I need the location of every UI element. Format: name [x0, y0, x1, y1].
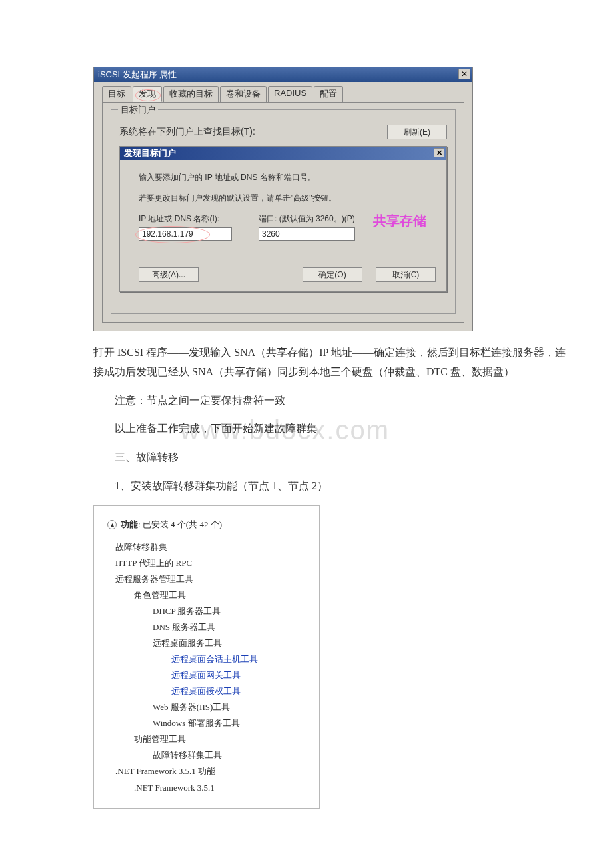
feature-item: DNS 服务器工具 [153, 619, 306, 635]
paragraph-3: 以上准备工作完成，下面开始新建故障群集 [93, 419, 573, 439]
inner-line2: 若要更改目标门户发现的默认设置，请单击"高级"按钮。 [139, 193, 436, 204]
discover-portal-dialog: 发现目标门户 ✕ 输入要添加门户的 IP 地址或 DNS 名称和端口号。 若要更… [119, 146, 447, 292]
obscured-row [119, 295, 447, 305]
inner-dialog-body: 输入要添加门户的 IP 地址或 DNS 名称和端口号。 若要更改目标门户发现的默… [120, 160, 446, 291]
features-header-rest: : 已安装 4 个(共 42 个) [138, 519, 222, 529]
tab-panel: 目标门户 系统将在下列门户上查找目标(T): 刷新(E) 发现目标门户 ✕ 输入… [102, 102, 464, 323]
ok-button[interactable]: 确定(O) [303, 267, 362, 282]
dialog-titlebar: iSCSI 发起程序 属性 ✕ [94, 67, 472, 82]
tab-target[interactable]: 目标 [102, 86, 131, 102]
feature-item: .NET Framework 3.5.1 功能 .NET Framework 3… [115, 763, 306, 795]
groupbox-label: 目标门户 [118, 104, 158, 116]
feature-item: HTTP 代理上的 RPC [115, 555, 306, 571]
tab-config[interactable]: 配置 [314, 86, 343, 102]
feature-label: .NET Framework 3.5.1 功能 [115, 766, 215, 776]
cancel-button[interactable]: 取消(C) [376, 267, 436, 282]
paragraph-4: 1、安装故障转移群集功能（节点 1、节点 2） [93, 477, 573, 496]
tab-discover[interactable]: 发现 [133, 86, 162, 102]
feature-label: 远程服务器管理工具 [115, 574, 193, 584]
overlay-label: 共享存储 [373, 212, 426, 230]
inner-dialog-titlebar: 发现目标门户 ✕ [120, 147, 446, 160]
feature-item: 远程桌面服务工具 远程桌面会话主机工具 远程桌面网关工具 远程桌面授权工具 [153, 635, 306, 699]
feature-item: 远程桌面网关工具 [171, 667, 306, 683]
feature-label: 功能管理工具 [134, 734, 186, 744]
iscsi-properties-dialog: iSCSI 发起程序 属性 ✕ 目标 发现 收藏的目标 卷和设备 RADIUS … [93, 67, 473, 331]
features-tree: 故障转移群集 HTTP 代理上的 RPC 远程服务器管理工具 角色管理工具 DH… [107, 539, 306, 796]
feature-item: 远程桌面会话主机工具 [171, 651, 306, 667]
refresh-button[interactable]: 刷新(E) [387, 125, 447, 139]
close-icon[interactable]: ✕ [458, 69, 470, 79]
inner-dialog-title: 发现目标门户 [124, 147, 176, 159]
tab-volumes[interactable]: 卷和设备 [220, 86, 267, 102]
inner-line1: 输入要添加门户的 IP 地址或 DNS 名称和端口号。 [139, 172, 436, 183]
heading-3: 三、故障转移 [93, 448, 573, 467]
tab-favorites[interactable]: 收藏的目标 [163, 86, 219, 102]
feature-item: Windows 部署服务工具 [153, 715, 306, 731]
chevron-up-icon[interactable]: ▴ [107, 520, 117, 529]
feature-item: Web 服务器(IIS)工具 [153, 699, 306, 715]
ip-label: IP 地址或 DNS 名称(I): [139, 213, 232, 225]
feature-item: 远程桌面授权工具 [171, 683, 306, 699]
feature-item: 功能管理工具 故障转移群集工具 [134, 731, 306, 763]
features-header-bold: 功能 [121, 519, 138, 529]
ip-input[interactable]: 192.168.1.179 [139, 227, 232, 241]
feature-item: DHCP 服务器工具 [153, 603, 306, 619]
port-input[interactable]: 3260 [259, 227, 355, 241]
paragraph-1: 打开 ISCSI 程序——发现输入 SNA（共享存储）IP 地址——确定连接，然… [93, 343, 573, 382]
features-summary-panel: ▴ 功能: 已安装 4 个(共 42 个) 故障转移群集 HTTP 代理上的 R… [93, 505, 320, 809]
tab-radius[interactable]: RADIUS [268, 86, 312, 102]
feature-label: 角色管理工具 [134, 590, 186, 600]
close-icon[interactable]: ✕ [434, 148, 444, 157]
feature-label: 远程桌面服务工具 [153, 638, 222, 648]
feature-item: 故障转移群集工具 [153, 747, 306, 763]
feature-item: 远程服务器管理工具 角色管理工具 DHCP 服务器工具 DNS 服务器工具 远程… [115, 571, 306, 764]
features-header[interactable]: ▴ 功能: 已安装 4 个(共 42 个) [107, 517, 306, 533]
feature-item: 故障转移群集 [115, 539, 306, 555]
paragraph-2: 注意：节点之间一定要保持盘符一致 [93, 391, 573, 411]
feature-item: .NET Framework 3.5.1 [134, 780, 306, 796]
dialog-title: iSCSI 发起程序 属性 [98, 69, 177, 81]
group-text: 系统将在下列门户上查找目标(T): [119, 126, 255, 138]
tab-strip: 目标 发现 收藏的目标 卷和设备 RADIUS 配置 [94, 82, 472, 102]
advanced-button[interactable]: 高级(A)... [139, 267, 199, 282]
target-portals-group: 目标门户 系统将在下列门户上查找目标(T): 刷新(E) 发现目标门户 ✕ 输入… [111, 109, 456, 314]
feature-item: 角色管理工具 DHCP 服务器工具 DNS 服务器工具 远程桌面服务工具 远程桌… [134, 587, 306, 731]
port-label: 端口: (默认值为 3260。)(P) [259, 213, 355, 225]
